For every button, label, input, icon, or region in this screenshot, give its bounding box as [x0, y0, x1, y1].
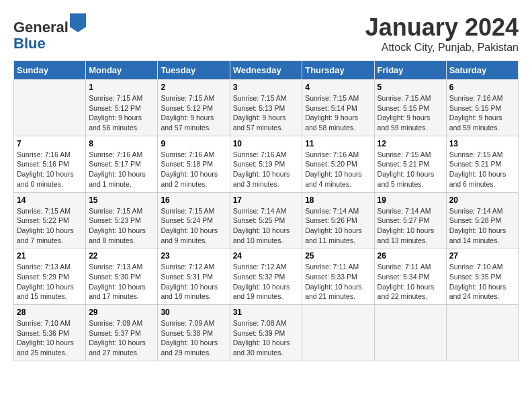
- day-number: 9: [161, 139, 226, 148]
- table-row: 16Sunrise: 7:15 AMSunset: 5:24 PMDayligh…: [158, 192, 230, 248]
- page-header: General Blue January 2024 Attock City, P…: [13, 13, 519, 54]
- day-number: 13: [449, 139, 515, 148]
- table-row: 30Sunrise: 7:09 AMSunset: 5:38 PMDayligh…: [158, 305, 230, 361]
- calendar-subtitle: Attock City, Punjab, Pakistan: [365, 42, 519, 54]
- table-row: 29Sunrise: 7:09 AMSunset: 5:37 PMDayligh…: [86, 305, 158, 361]
- logo-blue-text: Blue: [13, 35, 46, 52]
- day-number: 1: [89, 83, 154, 92]
- day-number: 15: [89, 195, 154, 205]
- day-info: Sunrise: 7:16 AMSunset: 5:15 PMDaylight:…: [449, 93, 515, 133]
- calendar-week-row: 21Sunrise: 7:13 AMSunset: 5:29 PMDayligh…: [14, 248, 519, 305]
- day-number: 23: [161, 251, 226, 261]
- day-info: Sunrise: 7:15 AMSunset: 5:21 PMDaylight:…: [449, 150, 515, 189]
- col-tuesday: Tuesday: [158, 61, 230, 80]
- day-info: Sunrise: 7:15 AMSunset: 5:23 PMDaylight:…: [89, 206, 154, 246]
- day-info: Sunrise: 7:15 AMSunset: 5:14 PMDaylight:…: [305, 93, 371, 133]
- table-row: 28Sunrise: 7:10 AMSunset: 5:36 PMDayligh…: [14, 305, 86, 361]
- day-number: 18: [305, 195, 371, 205]
- calendar-week-row: 14Sunrise: 7:15 AMSunset: 5:22 PMDayligh…: [14, 192, 519, 248]
- day-info: Sunrise: 7:15 AMSunset: 5:12 PMDaylight:…: [89, 93, 154, 133]
- day-number: 19: [378, 195, 443, 205]
- day-number: 10: [233, 139, 300, 148]
- day-number: 27: [449, 251, 515, 261]
- table-row: 13Sunrise: 7:15 AMSunset: 5:21 PMDayligh…: [446, 136, 518, 192]
- table-row: 2Sunrise: 7:15 AMSunset: 5:12 PMDaylight…: [158, 80, 230, 136]
- table-row: 7Sunrise: 7:16 AMSunset: 5:16 PMDaylight…: [14, 136, 86, 192]
- day-number: 25: [305, 251, 371, 261]
- table-row: 4Sunrise: 7:15 AMSunset: 5:14 PMDaylight…: [302, 80, 374, 136]
- col-friday: Friday: [374, 61, 446, 80]
- day-number: 17: [233, 195, 300, 205]
- svg-marker-0: [70, 13, 86, 32]
- day-info: Sunrise: 7:12 AMSunset: 5:32 PMDaylight:…: [233, 262, 300, 302]
- table-row: 23Sunrise: 7:12 AMSunset: 5:31 PMDayligh…: [158, 248, 230, 305]
- day-info: Sunrise: 7:16 AMSunset: 5:17 PMDaylight:…: [89, 150, 154, 189]
- table-row: 21Sunrise: 7:13 AMSunset: 5:29 PMDayligh…: [14, 248, 86, 305]
- table-row: 24Sunrise: 7:12 AMSunset: 5:32 PMDayligh…: [230, 248, 302, 305]
- day-info: Sunrise: 7:15 AMSunset: 5:12 PMDaylight:…: [161, 93, 226, 133]
- calendar-header-row: Sunday Monday Tuesday Wednesday Thursday…: [14, 61, 519, 80]
- day-info: Sunrise: 7:14 AMSunset: 5:25 PMDaylight:…: [233, 206, 300, 246]
- table-row: 11Sunrise: 7:16 AMSunset: 5:20 PMDayligh…: [302, 136, 374, 192]
- day-info: Sunrise: 7:11 AMSunset: 5:34 PMDaylight:…: [378, 262, 443, 302]
- day-info: Sunrise: 7:15 AMSunset: 5:21 PMDaylight:…: [378, 150, 443, 189]
- day-number: 29: [89, 308, 154, 317]
- calendar-table: Sunday Monday Tuesday Wednesday Thursday…: [13, 60, 519, 361]
- table-row: 12Sunrise: 7:15 AMSunset: 5:21 PMDayligh…: [374, 136, 446, 192]
- table-row: 17Sunrise: 7:14 AMSunset: 5:25 PMDayligh…: [230, 192, 302, 248]
- table-row: [302, 305, 374, 361]
- day-number: 3: [233, 83, 300, 92]
- logo-general-text: General: [13, 19, 69, 36]
- col-wednesday: Wednesday: [230, 61, 302, 80]
- day-number: 16: [161, 195, 226, 205]
- col-thursday: Thursday: [302, 61, 374, 80]
- day-number: 7: [17, 139, 83, 148]
- day-number: 6: [449, 83, 515, 92]
- table-row: [374, 305, 446, 361]
- day-info: Sunrise: 7:14 AMSunset: 5:28 PMDaylight:…: [449, 206, 515, 246]
- calendar-week-row: 28Sunrise: 7:10 AMSunset: 5:36 PMDayligh…: [14, 305, 519, 361]
- calendar-body: 1Sunrise: 7:15 AMSunset: 5:12 PMDaylight…: [14, 80, 519, 361]
- day-number: 20: [449, 195, 515, 205]
- day-number: 5: [378, 83, 443, 92]
- day-info: Sunrise: 7:15 AMSunset: 5:13 PMDaylight:…: [233, 93, 300, 133]
- table-row: 14Sunrise: 7:15 AMSunset: 5:22 PMDayligh…: [14, 192, 86, 248]
- day-info: Sunrise: 7:08 AMSunset: 5:39 PMDaylight:…: [233, 318, 300, 358]
- table-row: 15Sunrise: 7:15 AMSunset: 5:23 PMDayligh…: [86, 192, 158, 248]
- day-number: 28: [17, 308, 83, 317]
- table-row: 22Sunrise: 7:13 AMSunset: 5:30 PMDayligh…: [86, 248, 158, 305]
- table-row: 31Sunrise: 7:08 AMSunset: 5:39 PMDayligh…: [230, 305, 302, 361]
- table-row: 1Sunrise: 7:15 AMSunset: 5:12 PMDaylight…: [86, 80, 158, 136]
- table-row: 5Sunrise: 7:15 AMSunset: 5:15 PMDaylight…: [374, 80, 446, 136]
- day-info: Sunrise: 7:11 AMSunset: 5:33 PMDaylight:…: [305, 262, 371, 302]
- day-number: 26: [378, 251, 443, 261]
- table-row: 8Sunrise: 7:16 AMSunset: 5:17 PMDaylight…: [86, 136, 158, 192]
- day-number: 24: [233, 251, 300, 261]
- day-info: Sunrise: 7:15 AMSunset: 5:22 PMDaylight:…: [17, 206, 83, 246]
- day-info: Sunrise: 7:15 AMSunset: 5:24 PMDaylight:…: [161, 206, 226, 246]
- logo: General Blue: [13, 13, 86, 52]
- day-info: Sunrise: 7:16 AMSunset: 5:18 PMDaylight:…: [161, 150, 226, 189]
- day-number: 2: [161, 83, 226, 92]
- day-number: 14: [17, 195, 83, 205]
- col-monday: Monday: [86, 61, 158, 80]
- table-row: 3Sunrise: 7:15 AMSunset: 5:13 PMDaylight…: [230, 80, 302, 136]
- day-number: 21: [17, 251, 83, 261]
- logo-icon: [70, 13, 86, 32]
- table-row: 27Sunrise: 7:10 AMSunset: 5:35 PMDayligh…: [446, 248, 518, 305]
- day-info: Sunrise: 7:16 AMSunset: 5:16 PMDaylight:…: [17, 150, 83, 189]
- table-row: 20Sunrise: 7:14 AMSunset: 5:28 PMDayligh…: [446, 192, 518, 248]
- calendar-title: January 2024: [365, 13, 519, 42]
- day-number: 31: [233, 308, 300, 317]
- day-info: Sunrise: 7:14 AMSunset: 5:27 PMDaylight:…: [378, 206, 443, 246]
- table-row: 6Sunrise: 7:16 AMSunset: 5:15 PMDaylight…: [446, 80, 518, 136]
- table-row: 26Sunrise: 7:11 AMSunset: 5:34 PMDayligh…: [374, 248, 446, 305]
- day-info: Sunrise: 7:16 AMSunset: 5:20 PMDaylight:…: [305, 150, 371, 189]
- day-info: Sunrise: 7:16 AMSunset: 5:19 PMDaylight:…: [233, 150, 300, 189]
- day-number: 8: [89, 139, 154, 148]
- day-info: Sunrise: 7:14 AMSunset: 5:26 PMDaylight:…: [305, 206, 371, 246]
- table-row: 9Sunrise: 7:16 AMSunset: 5:18 PMDaylight…: [158, 136, 230, 192]
- day-number: 4: [305, 83, 371, 92]
- day-number: 12: [378, 139, 443, 148]
- table-row: [14, 80, 86, 136]
